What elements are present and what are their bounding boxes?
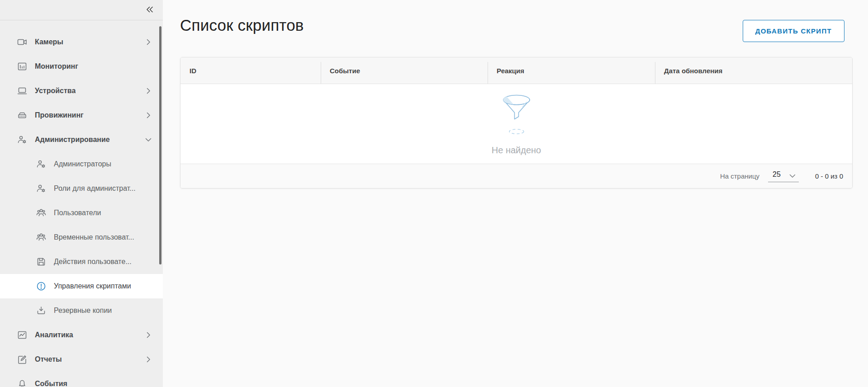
double-chevron-left-icon [144, 4, 155, 15]
scripts-table-card: IDСобытиеРеакцияДата обновления Не найде… [180, 57, 853, 189]
chevron-right-icon [143, 330, 154, 340]
pagination-range: 0 - 0 из 0 [815, 172, 843, 180]
sidebar-item-label: Резервные копии [54, 307, 112, 315]
table-footer: На страницу 25 0 - 0 из 0 [180, 164, 852, 188]
chevron-right-icon [143, 85, 154, 96]
sidebar-item-provisioning[interactable]: Провижининг [0, 103, 163, 127]
sidebar-item-monitoring[interactable]: Мониторинг [0, 54, 163, 79]
devices-icon [17, 85, 28, 96]
empty-state-text: Не найдено [492, 145, 541, 156]
sidebar-item-temp-users[interactable]: Временные пользоват... [0, 225, 163, 250]
main-content: Список скриптов ДОБАВИТЬ СКРИПТ IDСобыти… [163, 0, 868, 387]
sidebar-item-label: Аналитика [35, 331, 73, 339]
users-icon [36, 208, 47, 218]
sidebar-item-cameras[interactable]: Камеры [0, 30, 163, 54]
add-script-button[interactable]: ДОБАВИТЬ СКРИПТ [743, 20, 844, 42]
sidebar-item-devices[interactable]: Устройства [0, 79, 163, 103]
sidebar-item-events[interactable]: События [0, 372, 163, 387]
chevron-right-icon [143, 37, 154, 47]
chevron-down-icon [787, 170, 795, 179]
camera-icon [17, 37, 28, 47]
sidebar-header [0, 0, 163, 20]
reports-icon [17, 354, 28, 365]
sidebar-item-admin-roles[interactable]: Роли для администрат... [0, 176, 163, 201]
table-header-row: IDСобытиеРеакцияДата обновления [180, 57, 852, 84]
sidebar-item-administrators[interactable]: Администраторы [0, 152, 163, 176]
column-header: Дата обновления [655, 57, 852, 84]
per-page-value: 25 [773, 170, 781, 179]
bell-icon [17, 378, 28, 387]
funnel-icon [500, 94, 533, 135]
users-icon [36, 232, 47, 243]
monitoring-icon [17, 61, 28, 72]
sidebar-item-label: Устройства [35, 87, 76, 95]
column-header: Реакция [488, 57, 655, 84]
sidebar-item-label: Мониторинг [35, 62, 78, 71]
analytics-icon [17, 330, 28, 340]
chevron-right-icon [143, 110, 154, 121]
per-page-label: На страницу [720, 172, 759, 180]
sidebar-item-label: Действия пользовате... [54, 258, 132, 266]
sidebar-item-reports[interactable]: Отчеты [0, 347, 163, 372]
sidebar-nav: КамерыМониторингУстройстваПровижинингАдм… [0, 30, 163, 387]
sidebar: КамерыМониторингУстройстваПровижинингАдм… [0, 0, 163, 387]
page-title: Список скриптов [180, 16, 304, 34]
sidebar-item-label: Администраторы [54, 160, 111, 168]
sidebar-item-script-management[interactable]: Управления скриптами [0, 274, 163, 298]
admin-icon [17, 134, 28, 145]
sidebar-item-label: Временные пользоват... [54, 233, 134, 241]
sidebar-item-label: События [35, 380, 67, 387]
chevron-down-icon [143, 134, 154, 145]
collapse-sidebar-button[interactable] [144, 4, 156, 15]
sidebar-item-label: Роли для администрат... [54, 184, 136, 193]
provisioning-icon [17, 110, 28, 121]
alert-icon [36, 281, 47, 292]
column-header: Событие [321, 57, 488, 84]
admin-icon [36, 159, 47, 170]
sidebar-scrollbar[interactable] [159, 26, 161, 264]
sidebar-item-analytics[interactable]: Аналитика [0, 323, 163, 347]
sidebar-item-user-actions[interactable]: Действия пользовате... [0, 250, 163, 274]
sidebar-item-users[interactable]: Пользователи [0, 201, 163, 225]
backup-icon [36, 305, 47, 316]
admin-icon [36, 183, 47, 194]
sidebar-item-backups[interactable]: Резервные копии [0, 298, 163, 323]
chevron-right-icon [143, 354, 154, 365]
save-icon [36, 256, 47, 267]
sidebar-item-label: Камеры [35, 38, 63, 46]
sidebar-item-label: Отчеты [35, 355, 62, 363]
table-empty-state: Не найдено [180, 84, 852, 164]
column-header: ID [180, 57, 321, 84]
sidebar-item-label: Пользователи [54, 209, 101, 217]
sidebar-item-label: Провижининг [35, 111, 84, 119]
sidebar-item-label: Управления скриптами [54, 282, 131, 290]
sidebar-item-label: Администрирование [35, 136, 110, 144]
per-page-select[interactable]: 25 [768, 170, 799, 182]
sidebar-item-administration[interactable]: Администрирование [0, 127, 163, 152]
